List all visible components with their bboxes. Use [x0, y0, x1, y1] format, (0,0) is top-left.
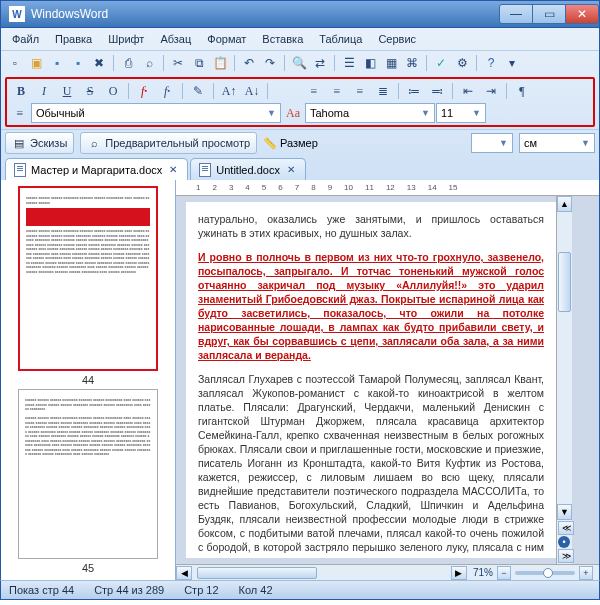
page-down-icon[interactable]: ≫: [558, 549, 574, 563]
highlight-color-button[interactable]: f▪: [156, 81, 178, 101]
thumb-number-45: 45: [82, 562, 94, 574]
font-size-value: 11: [441, 107, 453, 119]
options-icon[interactable]: ⚙: [452, 53, 472, 73]
menu-insert[interactable]: Вставка: [255, 30, 310, 48]
page-nav-icon[interactable]: •: [558, 536, 570, 548]
help-icon[interactable]: ?: [481, 53, 501, 73]
toc-icon[interactable]: ☰: [339, 53, 359, 73]
menu-file[interactable]: Файл: [5, 30, 46, 48]
font-color-button[interactable]: f▪: [133, 81, 155, 101]
close-button[interactable]: ✕: [565, 4, 599, 24]
menu-format[interactable]: Формат: [200, 30, 253, 48]
menu-para[interactable]: Абзац: [153, 30, 198, 48]
separator: [213, 83, 214, 99]
replace-icon[interactable]: ⇄: [310, 53, 330, 73]
italic-button[interactable]: I: [33, 81, 55, 101]
tab-document-1[interactable]: Мастер и Маргарита.docx ✕: [5, 158, 188, 180]
zoom-slider[interactable]: [515, 571, 575, 575]
chevron-down-icon: ▼: [581, 138, 590, 148]
menu-bar: Файл Правка Шрифт Абзац Формат Вставка Т…: [1, 28, 599, 50]
style-dropdown[interactable]: Обычный ▼: [31, 103, 281, 123]
scroll-thumb[interactable]: [558, 252, 571, 312]
clone-format-button[interactable]: ✎: [187, 81, 209, 101]
document-page[interactable]: натурально, оказались уже занятыми, и пр…: [186, 202, 556, 558]
align-right-button[interactable]: ≡: [349, 81, 371, 101]
scroll-track[interactable]: [557, 212, 572, 504]
document-tabs: Мастер и Маргарита.docx ✕ Untitled.docx …: [1, 156, 599, 180]
scroll-up-icon[interactable]: ▲: [557, 196, 572, 212]
open-icon[interactable]: ▣: [26, 53, 46, 73]
vertical-scrollbar[interactable]: ▲ ▼ ≪ • ≫: [556, 196, 572, 564]
about-icon[interactable]: ▾: [502, 53, 522, 73]
font-grow-button[interactable]: A↑: [218, 81, 240, 101]
tab-document-2[interactable]: Untitled.docx ✕: [190, 158, 306, 180]
doc-paragraph-highlighted: И ровно в полночь в первом из них что-то…: [198, 250, 544, 362]
print-icon[interactable]: ⎙: [118, 53, 138, 73]
hscroll-thumb[interactable]: [197, 567, 317, 579]
maximize-button[interactable]: ▭: [532, 4, 566, 24]
menu-service[interactable]: Сервис: [371, 30, 423, 48]
print-preview-button[interactable]: ⌕ Предварительный просмотр: [80, 132, 257, 154]
thumbnails-button[interactable]: ▤ Эскизы: [5, 132, 74, 154]
close-doc-icon[interactable]: ✖: [89, 53, 109, 73]
font-dropdown[interactable]: Tahoma ▼: [305, 103, 435, 123]
horizontal-ruler[interactable]: 1 2 3 4 5 6 7 8 9 10 11 12 13 14 15: [176, 180, 599, 196]
window-controls: ― ▭ ✕: [500, 4, 599, 24]
align-justify-button[interactable]: ≣: [372, 81, 394, 101]
strike-button[interactable]: S: [79, 81, 101, 101]
menu-table[interactable]: Таблица: [312, 30, 369, 48]
separator: [452, 83, 453, 99]
tab-label: Untitled.docx: [216, 164, 280, 176]
hscroll-track[interactable]: [192, 566, 451, 580]
font-picker-icon[interactable]: Aa: [282, 103, 304, 123]
scroll-down-icon[interactable]: ▼: [557, 504, 572, 520]
cut-icon[interactable]: ✂: [168, 53, 188, 73]
page-up-icon[interactable]: ≪: [558, 521, 574, 535]
indent-dec-button[interactable]: ⇤: [457, 81, 479, 101]
link-icon[interactable]: ⌘: [402, 53, 422, 73]
zoom-in-icon[interactable]: +: [579, 566, 593, 580]
align-center-button[interactable]: ≡: [326, 81, 348, 101]
find-icon[interactable]: 🔍: [289, 53, 309, 73]
bold-button[interactable]: B: [10, 81, 32, 101]
copy-icon[interactable]: ⧉: [189, 53, 209, 73]
table-icon[interactable]: ▦: [381, 53, 401, 73]
print-preview-icon[interactable]: ⌕: [139, 53, 159, 73]
preview-icon: ⌕: [87, 136, 101, 150]
paste-icon[interactable]: 📋: [210, 53, 230, 73]
font-shrink-button[interactable]: A↓: [241, 81, 263, 101]
image-icon[interactable]: ◧: [360, 53, 380, 73]
zoom-knob[interactable]: [543, 568, 553, 578]
list-bullets-button[interactable]: ≔: [403, 81, 425, 101]
style-icon[interactable]: ≡: [10, 103, 30, 123]
ruler-tick: 12: [386, 183, 395, 192]
save-icon[interactable]: ▪: [47, 53, 67, 73]
tab-label: Мастер и Маргарита.docx: [31, 164, 162, 176]
indent-inc-button[interactable]: ⇥: [480, 81, 502, 101]
spellcheck-icon[interactable]: ✓: [431, 53, 451, 73]
menu-font[interactable]: Шрифт: [101, 30, 151, 48]
scroll-left-icon[interactable]: ◀: [176, 566, 192, 580]
undo-icon[interactable]: ↶: [239, 53, 259, 73]
page-thumbnail-44[interactable]: xxxxxx xxxxxx xxxxxx xxxxxxxx xxxxxxx xx…: [18, 186, 158, 371]
scroll-right-icon[interactable]: ▶: [451, 566, 467, 580]
new-icon[interactable]: ▫: [5, 53, 25, 73]
page-thumbnail-45[interactable]: xxxxxx xxxxxx xxxxxx xxxxxxxx xxxxxxx xx…: [18, 389, 158, 559]
zoom-out-icon[interactable]: −: [497, 566, 511, 580]
unit-dropdown[interactable]: см ▼: [519, 133, 595, 153]
outline-button[interactable]: O: [102, 81, 124, 101]
list-numbers-button[interactable]: ≕: [426, 81, 448, 101]
menu-edit[interactable]: Правка: [48, 30, 99, 48]
tab-close-icon[interactable]: ✕: [167, 164, 179, 175]
underline-button[interactable]: U: [56, 81, 78, 101]
align-left-button[interactable]: ≡: [303, 81, 325, 101]
save-as-icon[interactable]: ▪: [68, 53, 88, 73]
separator: [267, 83, 268, 99]
font-size-dropdown[interactable]: 11 ▼: [436, 103, 486, 123]
para-format-button[interactable]: ¶: [511, 81, 533, 101]
redo-icon[interactable]: ↷: [260, 53, 280, 73]
formatting-toolbar-highlight: B I U S O f▪ f▪ ✎ A↑ A↓ ≡ ≡ ≡ ≣ ≔ ≕ ⇤ ⇥: [5, 77, 595, 127]
measure-dropdown[interactable]: ▼: [471, 133, 513, 153]
minimize-button[interactable]: ―: [499, 4, 533, 24]
tab-close-icon[interactable]: ✕: [285, 164, 297, 175]
